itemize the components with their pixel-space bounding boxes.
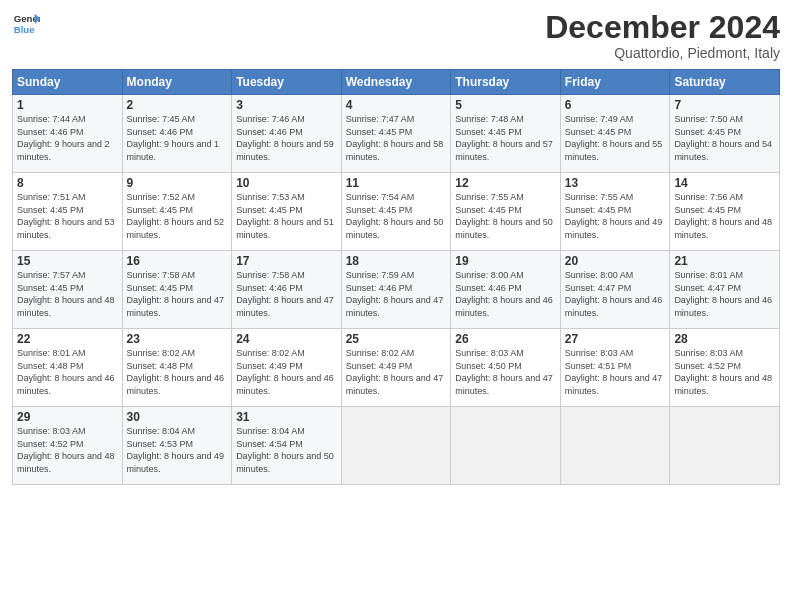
main-container: General Blue December 2024 Quattordio, P… [0,0,792,495]
header-row: SundayMondayTuesdayWednesdayThursdayFrid… [13,70,780,95]
day-number: 13 [565,176,666,190]
day-detail: Sunrise: 7:48 AMSunset: 4:45 PMDaylight:… [455,114,553,162]
day-detail: Sunrise: 7:50 AMSunset: 4:45 PMDaylight:… [674,114,772,162]
day-detail: Sunrise: 7:49 AMSunset: 4:45 PMDaylight:… [565,114,663,162]
calendar-cell: 2 Sunrise: 7:45 AMSunset: 4:46 PMDayligh… [122,95,232,173]
calendar-cell: 8 Sunrise: 7:51 AMSunset: 4:45 PMDayligh… [13,173,123,251]
day-number: 3 [236,98,337,112]
day-detail: Sunrise: 8:00 AMSunset: 4:46 PMDaylight:… [455,270,553,318]
calendar-cell: 6 Sunrise: 7:49 AMSunset: 4:45 PMDayligh… [560,95,670,173]
day-detail: Sunrise: 8:03 AMSunset: 4:52 PMDaylight:… [674,348,772,396]
calendar-cell [451,407,561,485]
day-detail: Sunrise: 7:53 AMSunset: 4:45 PMDaylight:… [236,192,334,240]
day-number: 14 [674,176,775,190]
col-header-sunday: Sunday [13,70,123,95]
col-header-wednesday: Wednesday [341,70,451,95]
day-number: 17 [236,254,337,268]
calendar-cell: 10 Sunrise: 7:53 AMSunset: 4:45 PMDaylig… [232,173,342,251]
calendar-cell: 15 Sunrise: 7:57 AMSunset: 4:45 PMDaylig… [13,251,123,329]
day-number: 10 [236,176,337,190]
day-detail: Sunrise: 8:00 AMSunset: 4:47 PMDaylight:… [565,270,663,318]
day-number: 5 [455,98,556,112]
day-detail: Sunrise: 7:57 AMSunset: 4:45 PMDaylight:… [17,270,115,318]
calendar-cell: 22 Sunrise: 8:01 AMSunset: 4:48 PMDaylig… [13,329,123,407]
day-detail: Sunrise: 8:02 AMSunset: 4:49 PMDaylight:… [236,348,334,396]
calendar-cell: 20 Sunrise: 8:00 AMSunset: 4:47 PMDaylig… [560,251,670,329]
day-number: 22 [17,332,118,346]
logo-icon: General Blue [12,10,40,38]
day-detail: Sunrise: 7:59 AMSunset: 4:46 PMDaylight:… [346,270,444,318]
calendar-cell: 5 Sunrise: 7:48 AMSunset: 4:45 PMDayligh… [451,95,561,173]
calendar-cell: 27 Sunrise: 8:03 AMSunset: 4:51 PMDaylig… [560,329,670,407]
header: General Blue December 2024 Quattordio, P… [12,10,780,61]
day-number: 23 [127,332,228,346]
calendar-cell: 31 Sunrise: 8:04 AMSunset: 4:54 PMDaylig… [232,407,342,485]
day-number: 9 [127,176,228,190]
day-detail: Sunrise: 7:52 AMSunset: 4:45 PMDaylight:… [127,192,225,240]
calendar-cell: 17 Sunrise: 7:58 AMSunset: 4:46 PMDaylig… [232,251,342,329]
calendar-cell [670,407,780,485]
day-number: 6 [565,98,666,112]
calendar-week-5: 29 Sunrise: 8:03 AMSunset: 4:52 PMDaylig… [13,407,780,485]
day-detail: Sunrise: 8:04 AMSunset: 4:54 PMDaylight:… [236,426,334,474]
day-detail: Sunrise: 7:55 AMSunset: 4:45 PMDaylight:… [565,192,663,240]
calendar-cell [341,407,451,485]
calendar-week-1: 1 Sunrise: 7:44 AMSunset: 4:46 PMDayligh… [13,95,780,173]
day-number: 7 [674,98,775,112]
title-block: December 2024 Quattordio, Piedmont, Ital… [545,10,780,61]
day-detail: Sunrise: 7:58 AMSunset: 4:45 PMDaylight:… [127,270,225,318]
day-detail: Sunrise: 7:51 AMSunset: 4:45 PMDaylight:… [17,192,115,240]
day-number: 12 [455,176,556,190]
logo: General Blue [12,10,40,38]
day-number: 19 [455,254,556,268]
day-number: 16 [127,254,228,268]
day-detail: Sunrise: 7:58 AMSunset: 4:46 PMDaylight:… [236,270,334,318]
day-detail: Sunrise: 8:01 AMSunset: 4:47 PMDaylight:… [674,270,772,318]
calendar-cell: 12 Sunrise: 7:55 AMSunset: 4:45 PMDaylig… [451,173,561,251]
day-detail: Sunrise: 7:45 AMSunset: 4:46 PMDaylight:… [127,114,220,162]
day-number: 20 [565,254,666,268]
day-number: 15 [17,254,118,268]
day-detail: Sunrise: 8:02 AMSunset: 4:49 PMDaylight:… [346,348,444,396]
day-detail: Sunrise: 7:44 AMSunset: 4:46 PMDaylight:… [17,114,110,162]
day-number: 24 [236,332,337,346]
col-header-monday: Monday [122,70,232,95]
calendar-week-3: 15 Sunrise: 7:57 AMSunset: 4:45 PMDaylig… [13,251,780,329]
calendar-cell: 21 Sunrise: 8:01 AMSunset: 4:47 PMDaylig… [670,251,780,329]
calendar-week-4: 22 Sunrise: 8:01 AMSunset: 4:48 PMDaylig… [13,329,780,407]
col-header-friday: Friday [560,70,670,95]
calendar-cell: 23 Sunrise: 8:02 AMSunset: 4:48 PMDaylig… [122,329,232,407]
day-detail: Sunrise: 8:03 AMSunset: 4:51 PMDaylight:… [565,348,663,396]
calendar-cell: 28 Sunrise: 8:03 AMSunset: 4:52 PMDaylig… [670,329,780,407]
day-detail: Sunrise: 8:02 AMSunset: 4:48 PMDaylight:… [127,348,225,396]
day-number: 28 [674,332,775,346]
day-detail: Sunrise: 8:04 AMSunset: 4:53 PMDaylight:… [127,426,225,474]
day-number: 30 [127,410,228,424]
calendar-cell: 26 Sunrise: 8:03 AMSunset: 4:50 PMDaylig… [451,329,561,407]
calendar-cell: 1 Sunrise: 7:44 AMSunset: 4:46 PMDayligh… [13,95,123,173]
calendar-cell: 25 Sunrise: 8:02 AMSunset: 4:49 PMDaylig… [341,329,451,407]
day-number: 26 [455,332,556,346]
svg-text:Blue: Blue [14,24,35,35]
day-detail: Sunrise: 8:03 AMSunset: 4:50 PMDaylight:… [455,348,553,396]
day-detail: Sunrise: 7:54 AMSunset: 4:45 PMDaylight:… [346,192,444,240]
calendar-cell: 18 Sunrise: 7:59 AMSunset: 4:46 PMDaylig… [341,251,451,329]
calendar-cell: 7 Sunrise: 7:50 AMSunset: 4:45 PMDayligh… [670,95,780,173]
calendar-cell: 9 Sunrise: 7:52 AMSunset: 4:45 PMDayligh… [122,173,232,251]
col-header-tuesday: Tuesday [232,70,342,95]
col-header-saturday: Saturday [670,70,780,95]
day-number: 11 [346,176,447,190]
day-number: 21 [674,254,775,268]
day-detail: Sunrise: 7:56 AMSunset: 4:45 PMDaylight:… [674,192,772,240]
calendar-week-2: 8 Sunrise: 7:51 AMSunset: 4:45 PMDayligh… [13,173,780,251]
day-number: 4 [346,98,447,112]
calendar-cell: 11 Sunrise: 7:54 AMSunset: 4:45 PMDaylig… [341,173,451,251]
day-number: 2 [127,98,228,112]
day-detail: Sunrise: 7:47 AMSunset: 4:45 PMDaylight:… [346,114,444,162]
day-detail: Sunrise: 7:46 AMSunset: 4:46 PMDaylight:… [236,114,334,162]
calendar-cell [560,407,670,485]
calendar-cell: 24 Sunrise: 8:02 AMSunset: 4:49 PMDaylig… [232,329,342,407]
calendar-cell: 4 Sunrise: 7:47 AMSunset: 4:45 PMDayligh… [341,95,451,173]
calendar-cell: 19 Sunrise: 8:00 AMSunset: 4:46 PMDaylig… [451,251,561,329]
day-number: 8 [17,176,118,190]
